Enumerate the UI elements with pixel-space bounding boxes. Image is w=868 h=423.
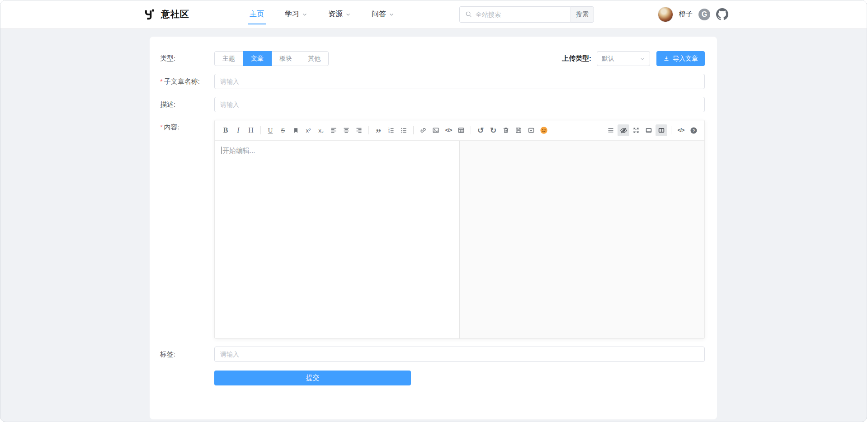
split-column-icon[interactable] [656, 124, 667, 136]
nav-label: 资源 [328, 10, 343, 19]
trash-icon[interactable] [500, 124, 512, 136]
editor-placeholder: 开始编辑... [222, 147, 255, 154]
user-name[interactable]: 橙子 [679, 10, 693, 19]
nav-label: 问答 [372, 10, 386, 19]
type-option-article[interactable]: 文章 [243, 51, 272, 66]
mark-icon[interactable] [290, 124, 302, 136]
search-input[interactable] [476, 11, 565, 18]
type-segmented-control: 主题 文章 板块 其他 [214, 51, 329, 66]
sub-article-name-label: *子文章名称: [160, 77, 214, 86]
navigation-icon[interactable] [605, 124, 617, 136]
superscript-icon[interactable]: x² [302, 124, 314, 136]
description-row: 描述: [160, 97, 705, 112]
search-input-wrap [459, 6, 571, 23]
ordered-list-icon[interactable]: 123 [385, 124, 397, 136]
github-icon[interactable] [716, 8, 728, 20]
type-row: 类型: 主题 文章 板块 其他 上传类型: 默认 [160, 51, 705, 66]
toolbar-divider [471, 126, 471, 134]
nav-item-home[interactable]: 主页 [250, 0, 264, 28]
search-icon [465, 11, 472, 18]
single-column-icon[interactable] [643, 124, 655, 136]
editor-toolbar: B I H U S x² x₂ [215, 120, 704, 140]
table-icon[interactable] [455, 124, 467, 136]
help-icon[interactable]: ? [688, 124, 699, 136]
type-option-topic[interactable]: 主题 [214, 51, 243, 66]
tags-row: 标签: [160, 347, 705, 362]
link-icon[interactable] [417, 124, 429, 136]
italic-icon[interactable]: I [232, 124, 244, 136]
nav-item-learn[interactable]: 学习 [285, 0, 307, 28]
required-mark: * [160, 77, 163, 85]
sub-article-name-input[interactable] [214, 74, 705, 89]
emoji-icon[interactable] [538, 124, 550, 136]
save-icon[interactable] [513, 124, 524, 136]
tags-input[interactable] [214, 347, 705, 362]
nav-item-resources[interactable]: 资源 [328, 0, 351, 28]
label-text: 子文章名称: [164, 77, 200, 85]
redo-icon[interactable]: ↻ [487, 124, 499, 136]
editor-preview-pane [460, 141, 705, 338]
required-mark: * [160, 123, 163, 131]
create-post-card: 类型: 主题 文章 板块 其他 上传类型: 默认 [150, 37, 717, 419]
chevron-down-icon [389, 12, 394, 17]
chevron-down-icon [345, 12, 351, 17]
brand-title: 意社区 [161, 8, 189, 20]
upload-type-select[interactable]: 默认 [597, 51, 650, 66]
page-main: 类型: 主题 文章 板块 其他 上传类型: 默认 [0, 37, 867, 419]
type-option-board[interactable]: 板块 [271, 51, 300, 66]
nav-item-qa[interactable]: 问答 [372, 0, 394, 28]
content-label: *内容: [160, 120, 214, 132]
main-nav: 主页 学习 资源 问答 [250, 0, 394, 28]
toolbar-divider [260, 126, 261, 134]
align-left-icon[interactable] [328, 124, 340, 136]
submit-row: 提交 [160, 371, 705, 385]
import-article-button[interactable]: 导入文章 [656, 51, 705, 66]
align-center-icon[interactable] [340, 124, 352, 136]
sub-article-name-row: *子文章名称: [160, 74, 705, 89]
underline-icon[interactable]: U [264, 124, 276, 136]
description-input[interactable] [214, 97, 705, 112]
upload-type-value: 默认 [602, 55, 614, 63]
upload-type-label: 上传类型: [562, 54, 591, 63]
undo-icon[interactable]: ↺ [475, 124, 486, 136]
chevron-down-icon [302, 12, 307, 17]
description-label: 描述: [160, 100, 214, 109]
markdown-editor: B I H U S x² x₂ [214, 120, 705, 339]
fullscreen-icon[interactable] [630, 124, 642, 136]
svg-text:?: ? [692, 128, 695, 133]
brand-logo-icon [143, 8, 156, 21]
nav-label: 主页 [250, 10, 264, 19]
image-icon[interactable] [430, 124, 442, 136]
gitee-icon[interactable]: G [698, 9, 710, 20]
header-icon[interactable]: H [245, 124, 257, 136]
search-button[interactable]: 搜索 [571, 6, 594, 23]
download-icon [663, 56, 670, 62]
type-label: 类型: [160, 54, 214, 63]
code-icon[interactable]: </> [443, 124, 454, 136]
html-code-icon[interactable]: </> [675, 124, 687, 136]
align-right-icon[interactable] [353, 124, 365, 136]
toolbar-divider [413, 126, 414, 134]
submit-button[interactable]: 提交 [214, 371, 411, 385]
toolbar-right-group: </> ? [604, 124, 700, 136]
chevron-down-icon [640, 56, 645, 62]
bold-icon[interactable]: B [220, 124, 231, 136]
toolbar-divider [671, 126, 671, 134]
subscript-icon[interactable]: x₂ [315, 124, 327, 136]
type-option-other[interactable]: 其他 [300, 51, 329, 66]
import-article-label: 导入文章 [673, 55, 698, 63]
site-search: 搜索 [459, 6, 594, 23]
quote-icon[interactable]: ” [373, 124, 384, 136]
nav-label: 学习 [285, 10, 299, 19]
unordered-list-icon[interactable] [398, 124, 410, 136]
tags-label: 标签: [160, 350, 214, 359]
export-icon[interactable] [525, 124, 537, 136]
user-area: 橙子 G [658, 7, 728, 22]
strikethrough-icon[interactable]: S [277, 124, 289, 136]
svg-text:3: 3 [388, 131, 390, 133]
brand[interactable]: 意社区 [143, 8, 189, 21]
content-row: *内容: B I H U S x² x₂ [160, 120, 705, 339]
editor-edit-pane[interactable]: 开始编辑... [215, 141, 460, 338]
avatar[interactable] [658, 7, 673, 22]
preview-toggle-icon[interactable] [618, 124, 629, 136]
